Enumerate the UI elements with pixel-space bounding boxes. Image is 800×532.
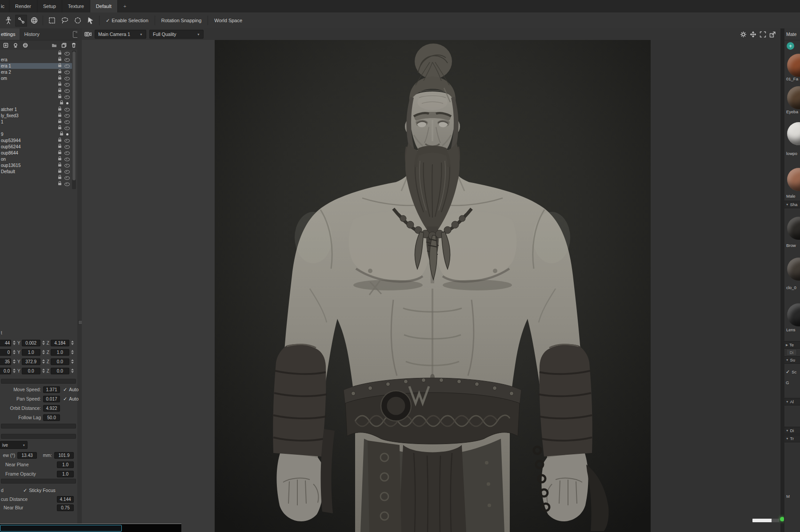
eye-icon[interactable] — [64, 58, 70, 62]
eye-icon[interactable] — [64, 164, 70, 167]
safe-frame-icon[interactable] — [760, 31, 766, 38]
projection-dropdown[interactable]: ive — [0, 441, 28, 449]
lock-icon[interactable] — [58, 77, 61, 79]
eye-icon[interactable] — [64, 64, 70, 68]
viewport[interactable]: Main Camera 1 Full Quality — [82, 28, 780, 532]
z-field[interactable]: 0.0 — [51, 358, 69, 365]
stepper-icon[interactable] — [42, 359, 45, 365]
outliner-scrollbar[interactable] — [72, 51, 76, 189]
eye-icon[interactable] — [64, 127, 70, 130]
viewport-margin-right[interactable] — [651, 40, 780, 532]
add-material-button[interactable]: + — [787, 42, 794, 50]
lock-icon[interactable] — [58, 171, 61, 173]
y-field[interactable]: 0.002 — [22, 340, 40, 346]
eye-icon[interactable] — [64, 52, 70, 56]
enable-selection-toggle[interactable]: Enable Selection — [102, 15, 152, 26]
active-task-button[interactable] — [0, 525, 122, 532]
camera-render-frame[interactable] — [215, 40, 651, 532]
tab-history[interactable]: History — [20, 28, 44, 40]
near-plane-field[interactable]: 1.0 — [57, 461, 74, 468]
tab-setup[interactable]: Setup — [37, 0, 62, 12]
y-field[interactable]: 372.9 — [22, 358, 40, 365]
section-header-albedo[interactable]: Al — [784, 398, 800, 405]
outliner-row[interactable]: oup56244 — [0, 144, 72, 150]
eye-icon[interactable] — [64, 89, 70, 93]
stepper-icon[interactable] — [71, 368, 74, 374]
material-swatch[interactable] — [787, 54, 800, 77]
pan-move-icon[interactable] — [750, 31, 756, 38]
y-field[interactable]: 1.0 — [22, 349, 40, 356]
scatter-checkbox[interactable]: Sc — [786, 369, 796, 375]
visibility-dot-icon[interactable] — [66, 133, 68, 135]
outliner-row[interactable]: era 2 — [0, 69, 72, 75]
sticky-focus-checkbox[interactable]: Sticky Focus — [23, 488, 56, 493]
eye-icon[interactable] — [64, 95, 70, 99]
add-tab-button[interactable]: + — [118, 0, 132, 12]
move-speed-field[interactable]: 1.371 — [43, 386, 60, 393]
material-swatch[interactable] — [787, 86, 800, 109]
stepper-icon[interactable] — [42, 368, 45, 374]
gear-icon[interactable] — [740, 31, 747, 38]
sphere-tool-icon[interactable] — [28, 15, 40, 27]
gloss-checkbox[interactable]: G — [786, 380, 789, 385]
lock-icon[interactable] — [58, 108, 61, 111]
x-field[interactable]: 0.0 — [0, 368, 11, 374]
lock-icon[interactable] — [58, 177, 61, 179]
outliner-row[interactable]: 1 — [0, 119, 72, 125]
pan-auto-checkbox[interactable]: Auto — [63, 396, 79, 402]
section-header-transparency[interactable]: Tr — [784, 435, 800, 442]
outliner-row[interactable] — [0, 88, 72, 94]
outliner-row[interactable]: ly_fixed3 — [0, 113, 72, 119]
world-space-toggle[interactable]: World Space — [210, 15, 246, 26]
viewport-body[interactable] — [82, 40, 780, 532]
outliner-row[interactable] — [0, 175, 72, 181]
z-field[interactable]: 4.184 — [51, 340, 69, 346]
lock-icon[interactable] — [58, 71, 61, 73]
outliner-row[interactable] — [0, 94, 72, 100]
outliner-row[interactable] — [0, 82, 72, 87]
tab-texture[interactable]: Texture — [62, 0, 90, 12]
quality-select-dropdown[interactable]: Full Quality — [149, 30, 204, 39]
mm-field[interactable]: 101.9 — [54, 452, 74, 459]
outliner-row[interactable]: oup13615 — [0, 163, 72, 168]
pan-speed-field[interactable]: 0.017 — [43, 396, 60, 402]
outliner-row[interactable] — [0, 100, 72, 106]
frame-opacity-field[interactable]: 1.0 — [57, 471, 74, 477]
add-light-icon[interactable] — [12, 41, 19, 49]
lock-icon[interactable] — [58, 146, 61, 148]
stepper-icon[interactable] — [12, 368, 16, 374]
material-swatch[interactable] — [787, 258, 800, 281]
tab-default[interactable]: Default — [90, 0, 118, 12]
stepper-icon[interactable] — [12, 349, 16, 355]
lock-icon[interactable] — [58, 183, 61, 185]
outliner-row[interactable] — [0, 181, 72, 187]
barbarian-model[interactable] — [215, 40, 651, 532]
collapsed-section-bar[interactable] — [1, 434, 76, 439]
add-object-icon[interactable] — [2, 41, 9, 49]
outliner-row[interactable] — [0, 125, 72, 131]
stepper-icon[interactable] — [12, 359, 16, 365]
tab-render[interactable]: Render — [9, 0, 37, 12]
focus-distance-field[interactable]: 4.144 — [57, 496, 74, 503]
collapsed-section-bar[interactable] — [1, 379, 76, 384]
lock-icon[interactable] — [58, 52, 61, 55]
visibility-dot-icon[interactable] — [66, 102, 68, 104]
disabled-button[interactable]: Di — [786, 349, 797, 356]
lock-icon[interactable] — [60, 102, 63, 104]
tab-basic[interactable]: ic — [0, 0, 9, 12]
section-header-displacement[interactable]: Di — [784, 427, 800, 434]
move-auto-checkbox[interactable]: Auto — [63, 387, 79, 393]
eye-icon[interactable] — [64, 145, 70, 149]
x-field[interactable]: 35 — [0, 358, 11, 365]
section-header-shader[interactable]: Sha — [784, 201, 800, 208]
rotation-snapping-toggle[interactable]: Rotation Snapping — [157, 15, 206, 26]
outliner-row[interactable]: on — [0, 156, 72, 162]
z-field[interactable]: 0.0 — [51, 368, 69, 374]
ellipse-select-icon[interactable] — [72, 15, 84, 27]
marquee-select-icon[interactable] — [46, 15, 58, 27]
duplicate-icon[interactable] — [60, 41, 68, 49]
stepper-icon[interactable] — [71, 359, 74, 365]
add-sphere-icon[interactable] — [21, 41, 29, 49]
lock-icon[interactable] — [58, 158, 61, 160]
stepper-icon[interactable] — [71, 340, 74, 346]
